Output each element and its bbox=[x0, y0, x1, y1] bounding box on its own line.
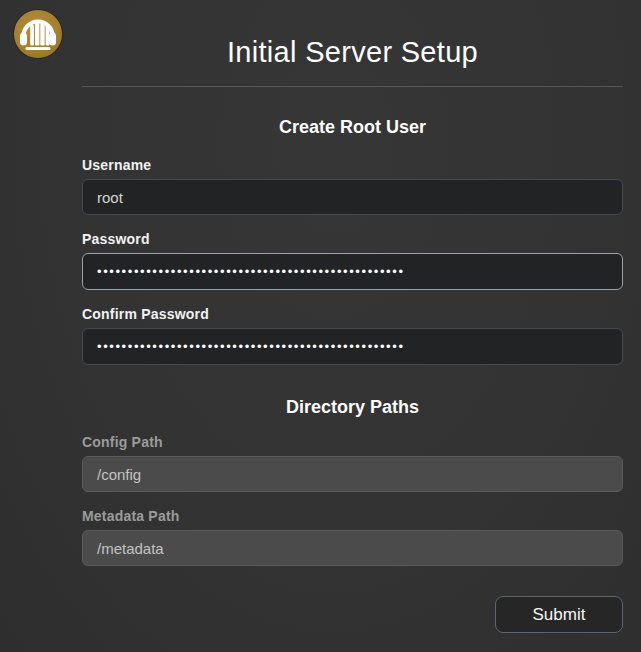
password-label: Password bbox=[82, 231, 623, 247]
username-input[interactable] bbox=[82, 179, 623, 215]
audiobookshelf-logo bbox=[14, 10, 62, 58]
config-path-input bbox=[82, 456, 623, 492]
username-label: Username bbox=[82, 157, 623, 173]
password-field-group: Password •••••••••••••••••••••••••••••••… bbox=[82, 231, 623, 290]
books-with-headphones-icon bbox=[14, 10, 62, 58]
confirm-password-label: Confirm Password bbox=[82, 306, 623, 322]
setup-form: Initial Server Setup Create Root User Us… bbox=[82, 36, 623, 633]
config-path-field-group: Config Path bbox=[82, 434, 623, 492]
submit-button[interactable]: Submit bbox=[495, 596, 623, 633]
confirm-password-field-group: Confirm Password •••••••••••••••••••••••… bbox=[82, 306, 623, 365]
confirm-password-input[interactable]: ••••••••••••••••••••••••••••••••••••••••… bbox=[82, 328, 623, 365]
metadata-path-input bbox=[82, 530, 623, 566]
section-heading-directory-paths: Directory Paths bbox=[82, 397, 623, 418]
username-field-group: Username bbox=[82, 157, 623, 215]
metadata-path-field-group: Metadata Path bbox=[82, 508, 623, 566]
password-input[interactable]: ••••••••••••••••••••••••••••••••••••••••… bbox=[82, 253, 623, 290]
page-title: Initial Server Setup bbox=[82, 36, 623, 69]
metadata-path-label: Metadata Path bbox=[82, 508, 623, 524]
section-heading-create-root-user: Create Root User bbox=[82, 117, 623, 138]
config-path-label: Config Path bbox=[82, 434, 623, 450]
submit-row: Submit bbox=[82, 596, 623, 633]
title-divider bbox=[82, 86, 623, 87]
